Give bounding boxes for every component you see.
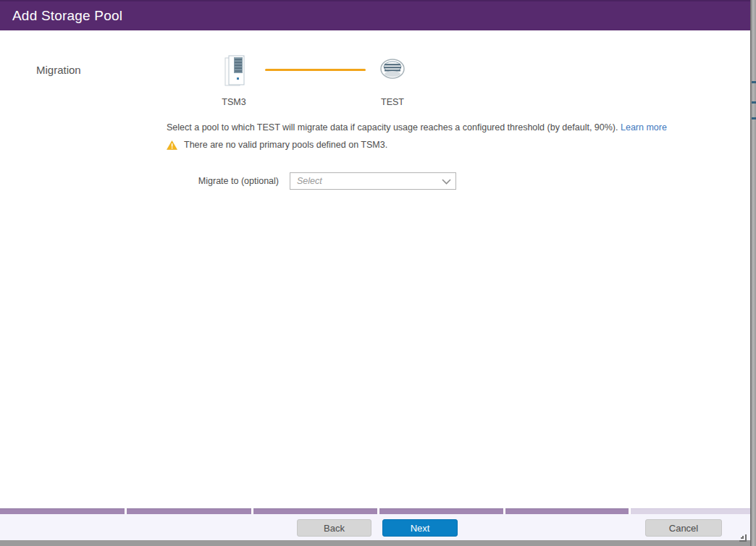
select-placeholder: Select bbox=[290, 176, 437, 186]
background-table-header-segment bbox=[0, 508, 125, 514]
window-bottom-edge bbox=[0, 540, 756, 546]
resize-handle-icon[interactable] bbox=[738, 533, 747, 542]
warning-message: There are no valid primary pools defined… bbox=[167, 140, 673, 150]
dialog-header: Add Storage Pool bbox=[0, 0, 750, 30]
background-table-header-segment bbox=[505, 508, 629, 514]
next-button[interactable]: Next bbox=[382, 519, 458, 537]
target-pool-name: TEST bbox=[371, 97, 414, 107]
scrollbar-mark bbox=[752, 117, 756, 119]
dialog-footer: Back Next Cancel bbox=[0, 514, 750, 540]
migration-description-text: Select a pool to which TEST will migrate… bbox=[167, 122, 618, 133]
migrate-to-select[interactable]: Select bbox=[290, 172, 456, 190]
background-table-header-row bbox=[0, 508, 750, 514]
cancel-button[interactable]: Cancel bbox=[645, 519, 722, 537]
page-scrollbar[interactable] bbox=[750, 0, 756, 546]
scrollbar-mark bbox=[752, 81, 756, 83]
background-table-header-segment bbox=[253, 508, 377, 514]
chevron-down-icon bbox=[437, 175, 455, 188]
add-storage-pool-dialog: Add Storage Pool Migration bbox=[0, 0, 756, 546]
wizard-step-label: Migration bbox=[36, 64, 81, 76]
warning-icon bbox=[167, 140, 177, 150]
migration-description: Select a pool to which TEST will migrate… bbox=[167, 122, 673, 133]
back-button[interactable]: Back bbox=[297, 519, 371, 537]
dialog-title: Add Storage Pool bbox=[12, 1, 122, 30]
warning-text: There are no valid primary pools defined… bbox=[184, 140, 387, 150]
migrate-to-label: Migrate to (optional) bbox=[116, 176, 279, 186]
source-server-name: TSM3 bbox=[212, 97, 256, 107]
wizard-content: Migration bbox=[0, 30, 750, 508]
learn-more-link[interactable]: Learn more bbox=[621, 122, 667, 133]
background-table-header-segment bbox=[127, 508, 251, 514]
scrollbar-mark bbox=[752, 101, 756, 104]
migration-connector-line bbox=[265, 69, 366, 71]
storage-pool-icon bbox=[379, 58, 406, 83]
background-table-header-segment bbox=[379, 508, 503, 514]
background-table-header-segment bbox=[631, 508, 750, 514]
server-icon bbox=[223, 55, 248, 91]
